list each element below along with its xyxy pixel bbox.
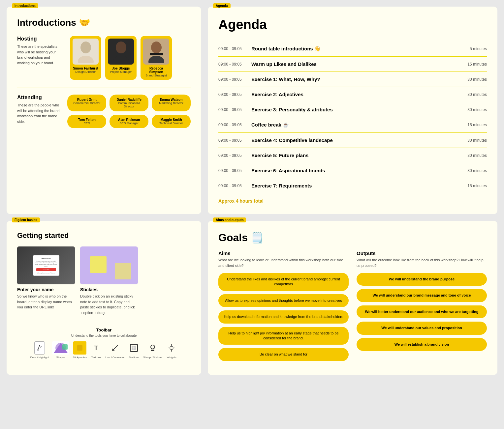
agenda-row-3: 09:00 - 09:05 Exercise 1: What, How, Why… [218, 72, 487, 87]
toolbar-title: Toolbar [17, 328, 191, 332]
svg-point-0 [80, 42, 91, 53]
host-role-2: Project Manager [108, 70, 134, 73]
attendee-6: Maggie Smith Technical Director [152, 115, 191, 128]
toolbar-line: Line / Connector [105, 341, 125, 359]
svg-line-12 [112, 345, 118, 351]
agenda-row-9: 09:00 - 09:05 Exercise 6: Aspirational b… [218, 163, 487, 178]
host-photo-2 [108, 39, 134, 65]
output-3: We will better understand our audience a… [357, 305, 487, 318]
agenda-title: Agenda [218, 17, 487, 32]
toolbar-shapes: Shapes [52, 341, 69, 359]
getting-started-title: Getting started [17, 231, 191, 240]
svg-point-3 [113, 56, 129, 63]
aims-col: Aims What are we looking to learn or und… [218, 250, 349, 364]
svg-rect-17 [134, 346, 136, 348]
attending-desc: These are the people who will be attendi… [17, 102, 61, 124]
svg-point-2 [116, 42, 126, 53]
svg-rect-5 [150, 53, 163, 55]
agenda-tag: Agenda [213, 3, 231, 8]
svg-point-22 [170, 346, 173, 350]
svg-point-1 [78, 56, 94, 63]
host-card-3: Rebecca Simpson Brand Strategist [141, 36, 172, 80]
attendee-grid: Rupert Grint Commercial Director Daniel … [67, 95, 191, 128]
goals-grid: Aims What are we looking to learn or und… [218, 250, 487, 364]
agenda-panel: Agenda Agenda 09:00 - 09:05 Round table … [208, 7, 497, 214]
introductions-tag: Introductions [12, 3, 38, 8]
toolbar-widgets: Widgets [166, 341, 177, 359]
svg-rect-19 [134, 348, 136, 350]
attendees-row: Attending These are the people who will … [17, 95, 191, 128]
outputs-col: Outputs What will the outcome look like … [357, 250, 487, 364]
goals-title: Goals 🗒️ [218, 231, 487, 244]
toolbar-icons: Draw / Highlight Shapes [17, 341, 191, 359]
introductions-title: Introductions 🤝 [17, 17, 191, 28]
gs-top-section: Welcome to During this session, you can … [17, 246, 191, 315]
aims-desc: What are we looking to learn or understa… [218, 257, 349, 268]
attendee-5: Alan Rickman SEO Manager [110, 115, 148, 128]
host-photo-3 [143, 39, 169, 65]
host-card-2: Joe Bloggs Project Manager [105, 36, 137, 80]
output-5: We will establish a brand vision [357, 338, 487, 351]
aim-5: Be clear on what we stand for [218, 348, 349, 361]
goals-tag: Aims and outputs [213, 217, 246, 222]
toolbar-stamp: Stamp / Stickers [143, 341, 162, 359]
outputs-title: Outputs [357, 250, 487, 256]
output-2: We will understand our brand message and… [357, 289, 487, 302]
agenda-row-7: 09:00 - 09:05 Exercise 4: Competitive la… [218, 133, 487, 148]
svg-rect-21 [151, 350, 154, 351]
aim-3: Help us download information and knowled… [218, 310, 349, 323]
outputs-desc: What will the outcome look like from the… [357, 257, 487, 268]
agenda-row-8: 09:00 - 09:05 Exercise 5: Future plans 3… [218, 148, 487, 163]
gs-stickies-section: Stickies Double click on an existing sti… [80, 246, 138, 315]
host-cards: Simon Fairhurst Design Director Joe Blog… [70, 36, 172, 80]
agenda-row-1: 09:00 - 09:05 Round table introductions … [218, 41, 487, 57]
introductions-emoji: 🤝 [79, 17, 90, 28]
toolbar-section: Toolbar Understand the tools you have to… [17, 328, 191, 359]
toolbar-text: T Text box [90, 341, 102, 359]
svg-rect-10 [62, 344, 68, 350]
gs-divider [17, 322, 191, 322]
enter-name-title: Enter your name [17, 287, 75, 292]
svg-rect-15 [130, 344, 138, 352]
gs-screenshot-section: Welcome to During this session, you can … [17, 246, 75, 315]
svg-point-20 [151, 345, 155, 349]
gs-screenshot: Welcome to During this session, you can … [17, 246, 75, 284]
toolbar-sections: Sections [128, 341, 140, 359]
svg-rect-18 [132, 348, 134, 350]
svg-point-7 [37, 349, 39, 351]
toolbar-draw: Draw / Highlight [30, 341, 49, 359]
hosts-divider [17, 88, 191, 88]
gs-sticky-placeholder [80, 246, 138, 284]
host-name-1: Simon Fairhurst [73, 67, 99, 70]
goals-panel: Aims and outputs Goals 🗒️ Aims What are … [208, 221, 497, 375]
stickies-desc: Double click on an existing sticky note … [80, 294, 138, 315]
getting-started-panel: Fig.lem basics Getting started Welcome t… [7, 221, 201, 375]
agenda-row-2: 09:00 - 09:05 Warm up Likes and Dislikes… [218, 57, 487, 72]
agenda-row-5: 09:00 - 09:05 Exercise 3: Personality & … [218, 102, 487, 117]
hosting-title: Hosting [17, 36, 63, 42]
introductions-panel: Introductions Introductions 🤝 Hosting Th… [7, 7, 201, 214]
svg-point-6 [148, 56, 164, 63]
svg-point-4 [151, 42, 162, 53]
output-1: We will understand the brand purpose [357, 273, 487, 286]
host-name-3: Rebecca Simpson [143, 67, 169, 74]
toolbar-sticky: Sticky notes [73, 341, 87, 359]
toolbar-desc: Understand the tools you have to collabo… [17, 334, 191, 337]
agenda-total: Approx 4 hours total [218, 198, 487, 204]
aim-4: Help us to highlight joy information at … [218, 327, 349, 345]
attendee-2: Daniel Radcliffe Communications Director [110, 95, 148, 111]
host-photo-1 [73, 39, 99, 65]
host-role-3: Brand Strategist [143, 74, 169, 77]
attendee-4: Tom Felton CEO [67, 115, 106, 128]
svg-rect-11 [77, 345, 82, 351]
hosting-info: Hosting These are the specialists who wi… [17, 36, 63, 66]
agenda-row-4: 09:00 - 09:05 Exercise 2: Adjectives 30 … [218, 87, 487, 102]
host-role-1: Design Director [73, 70, 99, 73]
enter-name-desc: So we know who is who on the board, ente… [17, 294, 75, 310]
svg-rect-16 [132, 346, 134, 348]
host-name-2: Joe Bloggs [108, 67, 134, 70]
attending-title: Attending [17, 95, 61, 100]
hosting-desc: These are the specialists who will be ho… [17, 44, 63, 66]
agenda-rows: 09:00 - 09:05 Round table introductions … [218, 41, 487, 193]
attendee-3: Emma Watson Marketing Director [152, 95, 191, 111]
